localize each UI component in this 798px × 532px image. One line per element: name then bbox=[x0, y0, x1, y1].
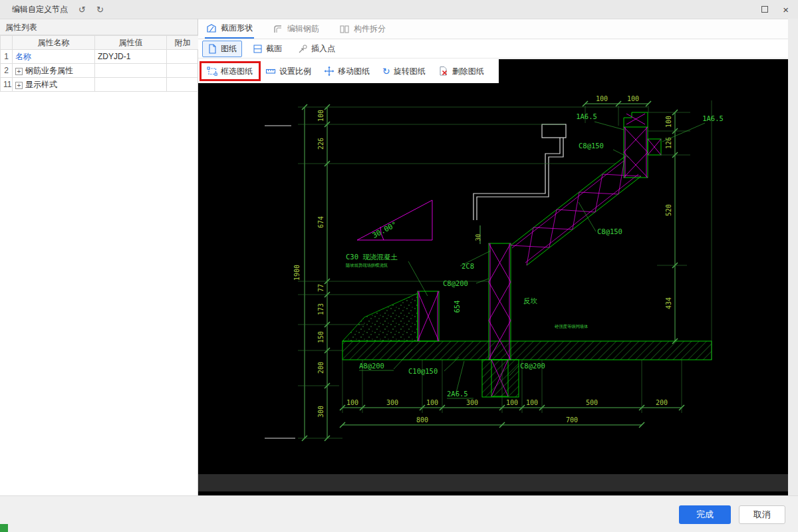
canvas-toolbar: 框选图纸 设置比例 移动图纸 ↻ 旋转图纸 删除图纸 bbox=[198, 59, 499, 83]
dim-label: 100 bbox=[346, 399, 358, 406]
tab-label: 截面形状 bbox=[221, 23, 253, 34]
rebar-label: C8@200 bbox=[520, 362, 545, 370]
dim-label: 100 bbox=[426, 399, 438, 406]
property-table: 属性名称 属性值 附加 1 名称 ZDYJD-1 2 +钢筋业务属性 11 +显… bbox=[0, 35, 199, 92]
fankan-label: 反坎 bbox=[523, 297, 538, 305]
property-panel: 属性列表 属性名称 属性值 附加 1 名称 ZDYJD-1 2 +钢筋业务属性 … bbox=[0, 19, 198, 495]
ct-btn-label: 移动图纸 bbox=[338, 66, 370, 77]
maximize-button[interactable] bbox=[761, 6, 768, 13]
dim-label: 800 bbox=[416, 416, 428, 424]
dim-label: 500 bbox=[586, 399, 598, 406]
left-step bbox=[342, 291, 439, 341]
document-icon bbox=[207, 44, 217, 54]
done-button[interactable]: 完成 bbox=[679, 505, 731, 524]
prop-value[interactable]: ZDYJD-1 bbox=[95, 50, 167, 64]
rotate-drawing-button[interactable]: ↻ 旋转图纸 bbox=[377, 63, 431, 80]
rebar-label: 1A6.5 bbox=[702, 114, 724, 122]
wall-note: 砼强度等级同墙体 bbox=[555, 324, 589, 329]
rebar-label: 2A6.5 bbox=[447, 390, 468, 398]
col-extra: 附加 bbox=[167, 36, 199, 50]
prop-name: 名称 bbox=[15, 52, 31, 61]
taskbar-corner-icon bbox=[0, 524, 8, 532]
rebar-label: C8@150 bbox=[579, 142, 604, 150]
dim-label: 654 bbox=[453, 301, 461, 313]
tab-section-shape[interactable]: 截面形状 bbox=[205, 19, 254, 39]
close-button[interactable]: × bbox=[783, 5, 789, 15]
rotate-icon: ↻ bbox=[382, 66, 390, 76]
insert-point-button[interactable]: 插入点 bbox=[293, 41, 340, 57]
cancel-button[interactable]: 取消 bbox=[739, 505, 785, 524]
dim-label: 520 bbox=[665, 204, 672, 216]
tab-label: 编辑钢筋 bbox=[287, 23, 319, 35]
ct-btn-label: 旋转图纸 bbox=[394, 66, 426, 77]
table-row[interactable]: 1 名称 ZDYJD-1 bbox=[1, 50, 199, 64]
dim-label: 226 bbox=[317, 138, 325, 150]
row-number: 2 bbox=[1, 64, 13, 78]
delete-drawing-button[interactable]: 删除图纸 bbox=[433, 63, 489, 80]
dim-label: 77 bbox=[317, 284, 325, 292]
redo-icon[interactable]: ↻ bbox=[96, 5, 104, 15]
dim-label: 173 bbox=[317, 303, 325, 315]
doc-btn-label: 插入点 bbox=[311, 43, 335, 55]
drawing-mode-button[interactable]: 图纸 bbox=[202, 41, 242, 57]
dim-label: 674 bbox=[317, 216, 325, 228]
undo-icon[interactable]: ↺ bbox=[78, 5, 86, 15]
prop-name: 显示样式 bbox=[25, 80, 57, 89]
upper-wall bbox=[624, 112, 661, 178]
rebar-label: C8@150 bbox=[597, 227, 622, 235]
rebar-label: C8@200 bbox=[443, 279, 468, 287]
window-controls: × bbox=[761, 0, 789, 19]
dim-label: 700 bbox=[566, 416, 578, 424]
dim-label: 300 bbox=[386, 399, 398, 406]
prop-value bbox=[95, 78, 167, 92]
split-icon bbox=[339, 24, 350, 35]
expand-toggle[interactable]: + bbox=[15, 68, 23, 75]
dim-label: 100 bbox=[596, 95, 608, 102]
cad-drawing: 30.00° bbox=[198, 59, 788, 496]
dim-label: 434 bbox=[665, 297, 672, 309]
table-row[interactable]: 2 +钢筋业务属性 bbox=[1, 64, 199, 78]
tab-component-split[interactable]: 构件拆分 bbox=[338, 19, 387, 39]
rebar-label: 2C8 bbox=[462, 262, 474, 270]
ct-btn-label: 框选图纸 bbox=[221, 66, 253, 77]
doc-btn-label: 图纸 bbox=[221, 43, 237, 55]
dim-label: 100 bbox=[506, 399, 518, 406]
dim-label: 100 bbox=[627, 95, 639, 102]
cad-canvas[interactable]: 30.00° bbox=[198, 59, 788, 496]
dim-label: 150 bbox=[317, 331, 325, 343]
prop-extra bbox=[167, 78, 199, 92]
dialog-footer: 完成 取消 bbox=[0, 495, 798, 532]
dim-label: 100 bbox=[526, 399, 538, 406]
scale-icon bbox=[265, 66, 276, 76]
box-select-drawing-button[interactable]: 框选图纸 bbox=[201, 63, 258, 80]
dim-total-label: 1900 bbox=[293, 265, 301, 281]
shape-pen-icon bbox=[206, 23, 217, 34]
doc-btn-label: 截面 bbox=[266, 43, 282, 55]
tab-label: 构件拆分 bbox=[354, 23, 386, 35]
table-row[interactable]: 11 +显示样式 bbox=[1, 78, 199, 92]
angle-annotation: 30.00° bbox=[357, 200, 432, 240]
tab-bar: 截面形状 编辑钢筋 构件拆分 bbox=[198, 19, 788, 39]
set-scale-button[interactable]: 设置比例 bbox=[260, 63, 317, 80]
section-icon bbox=[253, 44, 263, 54]
prop-extra bbox=[167, 50, 199, 64]
window-title: 编辑自定义节点 bbox=[12, 4, 68, 15]
ct-btn-label: 删除图纸 bbox=[452, 66, 484, 77]
move-drawing-button[interactable]: 移动图纸 bbox=[319, 63, 375, 80]
move-icon bbox=[324, 66, 334, 76]
editor-panel: 截面形状 编辑钢筋 构件拆分 图纸 截面 插入点 bbox=[198, 19, 788, 495]
property-panel-title: 属性列表 bbox=[0, 19, 198, 35]
table-header-row: 属性名称 属性值 附加 bbox=[1, 36, 199, 50]
canvas-scroll-strip[interactable] bbox=[198, 474, 788, 491]
tab-edit-rebar[interactable]: 编辑钢筋 bbox=[271, 19, 321, 39]
concrete-note: 随坡就势现场拼模浇筑 bbox=[346, 263, 388, 268]
dim-label: 200 bbox=[656, 399, 668, 406]
box-select-icon bbox=[207, 66, 217, 76]
doc-toolbar: 图纸 截面 插入点 bbox=[198, 39, 788, 59]
section-mode-button[interactable]: 截面 bbox=[247, 41, 287, 57]
expand-toggle[interactable]: + bbox=[15, 82, 23, 89]
col-rownum bbox=[1, 36, 13, 50]
delete-drawing-icon bbox=[438, 66, 449, 76]
rebar-label: 1A6.5 bbox=[576, 112, 597, 120]
dim-label: 30 bbox=[475, 234, 481, 241]
